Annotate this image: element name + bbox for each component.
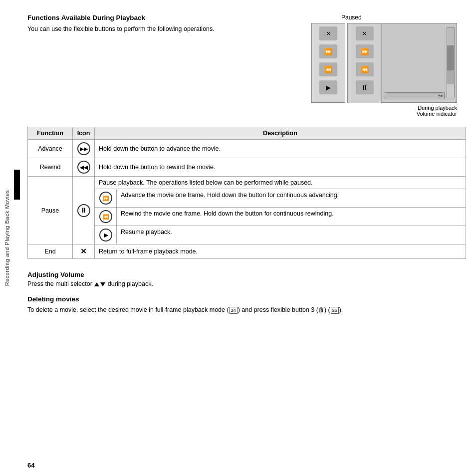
playback-btn-ff: ⏩ — [356, 44, 374, 58]
function-rewind: Rewind — [28, 158, 73, 177]
playback-btn-x: ✕ — [356, 26, 374, 40]
page-number: 64 — [27, 462, 34, 469]
rewind-frame-desc: Rewind the movie one frame. Hold down th… — [117, 208, 466, 226]
adjusting-volume-section: Adjusting Volume Press the multi selecto… — [27, 271, 466, 287]
pause-sub-row-resume: ▶ Resume playback. — [95, 226, 466, 244]
paused-label: Paused — [341, 14, 466, 21]
section-body: You can use the flexible buttons to perf… — [27, 24, 301, 34]
section-title: Functions Available During Playback — [27, 14, 301, 21]
rewind-frame-icon: ⏪ — [99, 210, 112, 223]
volume-indicator-label: Volume indicator — [417, 111, 457, 117]
table-header-row: Function Icon Description — [28, 127, 466, 140]
table-row-pause: Pause ⏸ Pause playback. The operations l… — [28, 177, 466, 244]
desc-rewind: Hold down the button to rewind the movie… — [95, 158, 466, 177]
rewind-icon: ◀◀ — [77, 161, 90, 174]
paused-btn-rr: ⏪ — [319, 62, 337, 76]
pause-sub-row-advance: ⏩ Advance the movie one frame. Hold down… — [95, 189, 466, 208]
del-text-3: ). — [339, 306, 343, 313]
col-icon: Icon — [73, 127, 95, 140]
left-text: Functions Available During Playback You … — [27, 14, 311, 117]
desc-pause-container: Pause playback. The operations listed be… — [95, 177, 466, 244]
playback-btn-rr: ⏪ — [356, 62, 374, 76]
advance-frame-icon-cell: ⏩ — [95, 189, 117, 207]
during-playback-label: During playback — [417, 105, 457, 111]
paused-panel: ✕ ⏩ ⏪ ▶ — [311, 23, 345, 103]
triangle-down-icon — [100, 282, 105, 286]
panel-labels: During playback Volume indicator — [417, 105, 457, 117]
del-text-1: To delete a movie, select the desired mo… — [27, 306, 229, 313]
end-icon: ✕ — [80, 247, 87, 255]
rewind-frame-icon-cell: ⏪ — [95, 208, 117, 226]
functions-table: Function Icon Description Advance ▶▶ Hol… — [27, 127, 466, 259]
playback-buttons: ✕ ⏩ ⏪ ⏸ — [348, 23, 382, 103]
desc-advance: Hold down the button to advance the movi… — [95, 140, 466, 158]
playback-btn-pause: ⏸ — [356, 80, 374, 94]
paused-btn-play: ▶ — [319, 80, 337, 94]
table-row: Advance ▶▶ Hold down the button to advan… — [28, 140, 466, 158]
resume-icon: ▶ — [99, 229, 112, 241]
playback-screen: 5s — [382, 23, 457, 102]
diagram-area: Paused ✕ ⏩ ⏪ ▶ ✕ ⏩ — [311, 14, 466, 117]
del-title: Deleting movies — [27, 295, 466, 303]
playback-panel: ✕ ⏩ ⏪ ⏸ — [347, 23, 457, 103]
volume-bar — [447, 27, 455, 98]
progress-bar: 5s — [384, 92, 445, 99]
col-function: Function — [28, 127, 73, 140]
paused-btn-x: ✕ — [319, 26, 337, 40]
advance-frame-desc: Advance the movie one frame. Hold down t… — [117, 189, 466, 207]
diagram-container: ✕ ⏩ ⏪ ▶ ✕ ⏩ ⏪ ⏸ — [311, 23, 466, 117]
paused-btn-ff: ⏩ — [319, 44, 337, 58]
ref-box-2: 25 — [331, 307, 339, 314]
triangle-up-icon — [94, 282, 99, 286]
col-description: Description — [95, 127, 466, 140]
resume-icon-cell: ▶ — [95, 226, 117, 244]
deleting-movies-section: Deleting movies To delete a movie, selec… — [27, 295, 466, 315]
table-row: Rewind ◀◀ Hold down the button to rewind… — [28, 158, 466, 177]
side-label: Recording and Playing Back Movies — [0, 0, 14, 476]
trash-icon: 🗑 — [318, 306, 324, 313]
advance-icon: ▶▶ — [77, 142, 90, 155]
adj-body: Press the multi selector during playback… — [27, 280, 466, 287]
icon-pause: ⏸ — [73, 177, 95, 244]
resume-desc: Resume playback. — [117, 226, 466, 244]
advance-frame-icon: ⏩ — [99, 192, 112, 205]
function-end: End — [28, 244, 73, 259]
table-row-end: End ✕ Return to full-frame playback mode… — [28, 244, 466, 259]
main-content: Functions Available During Playback You … — [27, 14, 466, 462]
pause-icon: ⏸ — [77, 204, 90, 217]
black-tab — [14, 170, 20, 200]
progress-time: 5s — [439, 94, 443, 98]
pause-sub-row-rewind: ⏪ Rewind the movie one frame. Hold down … — [95, 208, 466, 226]
icon-rewind: ◀◀ — [73, 158, 95, 177]
ref-box-1: 24 — [230, 307, 238, 314]
desc-end: Return to full-frame playback mode. — [95, 244, 466, 259]
side-label-text: Recording and Playing Back Movies — [4, 190, 10, 286]
page-container: Recording and Playing Back Movies Functi… — [0, 0, 476, 476]
del-text-2: ) and press flexible button 3 ( — [238, 306, 318, 313]
top-section: Functions Available During Playback You … — [27, 14, 466, 117]
pause-top-desc: Pause playback. The operations listed be… — [95, 177, 466, 189]
del-body: To delete a movie, select the desired mo… — [27, 305, 466, 315]
function-pause: Pause — [28, 177, 73, 244]
function-advance: Advance — [28, 140, 73, 158]
icon-end: ✕ — [73, 244, 95, 259]
adj-title: Adjusting Volume — [27, 271, 466, 278]
icon-advance: ▶▶ — [73, 140, 95, 158]
